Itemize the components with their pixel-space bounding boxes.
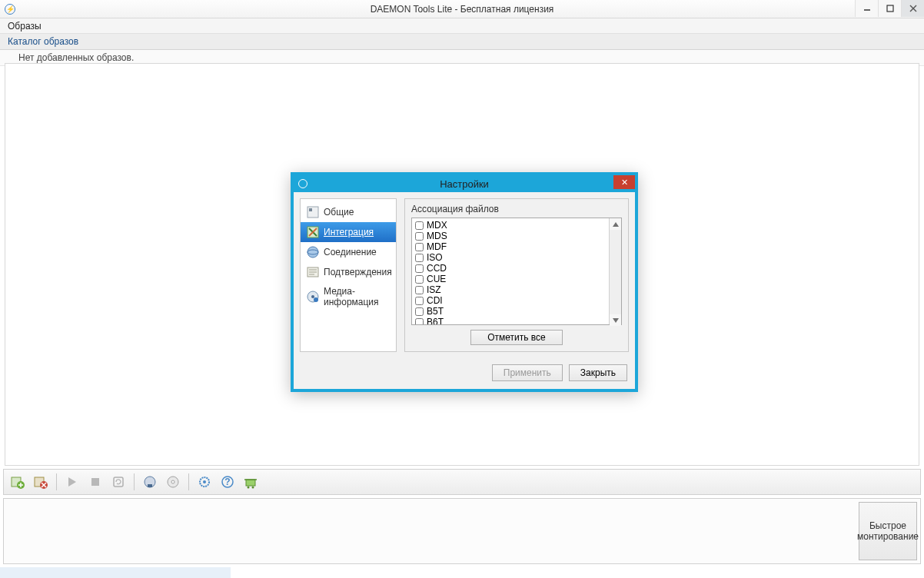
dialog-body: Общие Интеграция Соединение Подтверждени… [294, 192, 635, 358]
svg-rect-16 [148, 484, 152, 487]
disc-button[interactable] [164, 473, 182, 491]
format-checkbox[interactable] [415, 275, 424, 284]
list-item[interactable]: CCD [415, 263, 606, 274]
svg-line-3 [910, 5, 916, 12]
toolbar: ? [3, 469, 921, 495]
maximize-button[interactable] [878, 0, 901, 17]
format-label: MDS [427, 231, 447, 241]
dialog-titlebar[interactable]: Настройки ✕ [294, 175, 635, 192]
format-checkbox[interactable] [415, 254, 424, 262]
dialog-close-button[interactable]: ✕ [613, 175, 635, 189]
select-all-button[interactable]: Отметить все [470, 330, 563, 345]
minimize-button[interactable] [855, 0, 878, 17]
svg-point-39 [311, 295, 314, 298]
play-button[interactable] [63, 473, 81, 491]
nav-label: Подтверждения [324, 267, 392, 277]
menu-images[interactable]: Образы [8, 21, 42, 32]
settings-nav: Общие Интеграция Соединение Подтверждени… [300, 198, 397, 352]
toolbar-separator [134, 473, 135, 490]
quick-mount-button[interactable]: Быстрое монтирование [859, 502, 917, 560]
svg-point-32 [307, 247, 318, 257]
window-title: DAEMON Tools Lite - Бесплатная лицензия [0, 4, 924, 15]
format-label: CUE [427, 274, 446, 284]
list-item[interactable]: CDI [415, 295, 606, 306]
format-label: CDI [427, 295, 443, 306]
format-checkbox[interactable] [415, 221, 424, 230]
dialog-title: Настройки [294, 178, 635, 190]
toolbar-separator [56, 473, 57, 490]
list-item[interactable]: ISZ [415, 284, 606, 295]
list-item[interactable]: MDS [415, 231, 606, 241]
nav-general[interactable]: Общие [301, 202, 396, 222]
format-listbox: MDX MDS MDF ISO CCD CUE ISZ CDI B5T B6T [411, 218, 622, 325]
mount-button[interactable] [141, 473, 159, 491]
list-item[interactable]: B6T [415, 317, 606, 324]
close-dialog-button[interactable]: Закрыть [569, 364, 627, 381]
format-label: CCD [427, 263, 447, 274]
scroll-down-icon[interactable] [610, 314, 621, 326]
list-item[interactable]: ISO [415, 252, 606, 263]
help-button[interactable]: ? [218, 473, 237, 491]
connection-icon [307, 246, 319, 258]
nav-integration[interactable]: Интеграция [301, 222, 396, 242]
bottom-panel: Быстрое монтирование [3, 498, 921, 564]
file-assoc-group: Ассоциация файлов MDX MDS MDF ISO CCD CU… [404, 198, 629, 352]
media-icon [307, 291, 319, 303]
list-item[interactable]: MDF [415, 241, 606, 252]
catalog-header[interactable]: Каталог образов [0, 34, 924, 50]
format-label: B5T [427, 306, 444, 317]
format-checkbox[interactable] [415, 286, 424, 294]
integration-icon [307, 226, 319, 238]
nav-confirm[interactable]: Подтверждения [301, 262, 396, 282]
general-icon [307, 206, 319, 218]
confirm-icon [307, 266, 319, 278]
nav-label: Медиа-информация [324, 286, 390, 307]
format-label: B6T [427, 317, 444, 324]
format-label: ISO [427, 252, 443, 263]
svg-marker-12 [68, 477, 76, 487]
add-image-button[interactable] [8, 473, 27, 491]
footer-strip [0, 567, 231, 578]
apply-button[interactable]: Применить [492, 364, 563, 381]
svg-point-25 [248, 487, 250, 489]
settings-button[interactable] [195, 473, 214, 491]
nav-label: Общие [324, 207, 354, 218]
remove-image-button[interactable] [32, 473, 50, 491]
list-item[interactable]: MDX [415, 220, 606, 231]
nav-media[interactable]: Медиа-информация [301, 282, 396, 311]
close-button[interactable] [901, 0, 924, 17]
svg-point-26 [252, 487, 254, 489]
format-checkbox[interactable] [415, 297, 424, 305]
svg-marker-41 [613, 222, 619, 227]
svg-text:?: ? [224, 477, 230, 487]
list-item[interactable]: B5T [415, 306, 606, 317]
scrollbar[interactable] [609, 218, 621, 324]
toolbar-separator [188, 473, 189, 490]
app-icon: ⚡ [5, 4, 15, 15]
settings-content: Ассоциация файлов MDX MDS MDF ISO CCD CU… [404, 198, 629, 352]
format-checkbox[interactable] [415, 318, 424, 325]
format-label: MDF [427, 241, 447, 252]
settings-dialog: Настройки ✕ Общие Интеграция Соединение … [291, 172, 638, 392]
format-checkbox[interactable] [415, 232, 424, 241]
list-item[interactable]: CUE [415, 274, 606, 284]
listbox-inner: MDX MDS MDF ISO CCD CUE ISZ CDI B5T B6T [412, 218, 609, 324]
nav-label: Соединение [324, 247, 377, 257]
format-checkbox[interactable] [415, 243, 424, 251]
scroll-up-icon[interactable] [610, 218, 621, 230]
shop-button[interactable] [241, 473, 260, 491]
nav-connection[interactable]: Соединение [301, 242, 396, 262]
group-title: Ассоциация файлов [411, 204, 622, 214]
format-checkbox[interactable] [415, 307, 424, 316]
format-label: ISZ [427, 284, 441, 295]
svg-rect-23 [246, 480, 255, 486]
refresh-button[interactable] [109, 473, 128, 491]
window-controls [855, 0, 924, 17]
stop-button[interactable] [86, 473, 105, 491]
menubar: Образы [0, 18, 924, 34]
svg-point-20 [203, 480, 206, 483]
format-checkbox[interactable] [415, 264, 424, 273]
format-label: MDX [427, 220, 447, 231]
titlebar: ⚡ DAEMON Tools Lite - Бесплатная лицензи… [0, 0, 924, 18]
svg-line-2 [910, 5, 916, 12]
